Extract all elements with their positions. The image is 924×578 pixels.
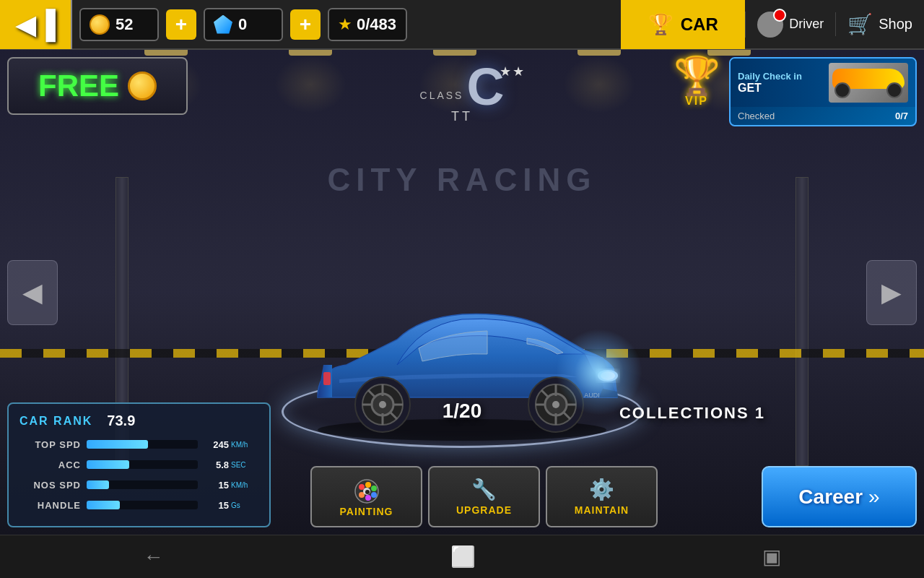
main-area: CLASS C ★★ TT CITY RACING [0, 50, 924, 535]
back-nav-button[interactable]: ← [122, 540, 186, 574]
ceiling-light [578, 50, 621, 56]
stat-name: HANDLE [19, 500, 81, 511]
recent-nav-button[interactable]: ▣ [741, 539, 803, 574]
driver-avatar [757, 12, 783, 38]
stat-unit: KM/h [231, 481, 258, 489]
stat-bar-fill [87, 501, 120, 509]
coin-icon [90, 14, 110, 35]
stat-unit: Gs [231, 501, 258, 509]
free-label: FREE [38, 69, 119, 103]
stat-value: 15 [204, 500, 229, 511]
stars-block: ★ 0/483 [328, 8, 407, 41]
upgrade-label: UPGRADE [456, 504, 512, 516]
star-icon: ★ [338, 15, 352, 34]
stats-panel: CAR RANK 73.9 TOP SPD 245 KM/h ACC 5.8 S… [7, 402, 271, 527]
upgrade-button[interactable]: 🔧 UPGRADE [428, 466, 540, 527]
free-button[interactable]: FREE [7, 57, 188, 115]
back-button[interactable]: ◀▐ [0, 0, 72, 49]
stat-name: NOS SPD [19, 480, 81, 491]
painting-button[interactable]: PAINTING [310, 466, 422, 527]
bottom-navigation: ← ⬜ ▣ [0, 535, 924, 578]
checked-progress: 0/7 [895, 111, 908, 121]
stat-value: 5.8 [204, 460, 229, 470]
next-car-button[interactable]: ▶ [866, 260, 917, 325]
daily-car-image [829, 63, 908, 103]
painting-icon [352, 477, 381, 506]
right-arrow-icon: ▶ [881, 277, 902, 308]
shop-button[interactable]: 🛒 Shop [835, 12, 924, 36]
left-arrow-icon: ◀ [22, 277, 43, 308]
maintain-label: MAINTAIN [575, 504, 629, 516]
vip-trophy-icon: 🏆 [668, 57, 725, 95]
car-rank-label: CAR RANK [19, 415, 92, 428]
car-tab[interactable]: 🏆 CAR [621, 0, 745, 49]
stat-unit: SEC [231, 461, 258, 469]
stat-bar-bg [87, 460, 198, 469]
coins-block: 52 [79, 8, 159, 41]
svg-point-2 [601, 371, 615, 380]
svg-point-28 [371, 486, 377, 491]
stars-value: 0/483 [357, 15, 396, 34]
maintain-button[interactable]: ⚙️ MAINTAIN [546, 466, 658, 527]
stat-bar-fill [87, 480, 109, 489]
car-rank-value: 73.9 [107, 413, 135, 429]
stat-row: ACC 5.8 SEC [19, 457, 258, 473]
stat-unit: KM/h [231, 441, 258, 449]
driver-label: Driver [789, 17, 824, 32]
home-nav-button[interactable]: ⬜ [429, 539, 497, 574]
svg-point-17 [552, 401, 559, 408]
career-label: Career [798, 486, 863, 509]
stat-name: ACC [19, 460, 81, 470]
stats-title-row: CAR RANK 73.9 [19, 413, 258, 429]
svg-point-26 [359, 484, 365, 490]
driver-button[interactable]: Driver [745, 12, 835, 38]
svg-text:AUDI: AUDI [584, 392, 600, 399]
stat-bar-fill [87, 460, 129, 469]
city-racing-title: CITY RACING [327, 162, 596, 198]
svg-point-29 [371, 492, 377, 498]
stat-row: TOP SPD 245 KM/h [19, 436, 258, 452]
coins-value: 52 [116, 15, 133, 34]
class-title: CLASS C ★★ TT [420, 61, 505, 124]
svg-point-30 [365, 495, 371, 501]
gem-icon [214, 15, 232, 34]
top-bar: ◀▐ 52 + 0 + ★ 0/483 🏆 CAR Driver 🛒 Shop [0, 0, 924, 50]
ceiling-light [144, 50, 188, 56]
career-button[interactable]: Career » [762, 466, 917, 527]
add-coins-button[interactable]: + [166, 9, 196, 40]
stat-bar-fill [87, 440, 148, 449]
shop-label: Shop [879, 16, 912, 33]
class-prefix: CLASS [420, 90, 464, 101]
collections-label: COLLECTIONS 1 [619, 404, 765, 423]
car-position-indicator: 1/20 [443, 400, 482, 423]
stat-bar-bg [87, 480, 198, 489]
trophy-icon: 🏆 [648, 12, 674, 36]
pillar-right [796, 177, 808, 466]
get-label: GET [738, 82, 829, 95]
daily-checkin-panel[interactable]: Daily Check in GET Checked 0/7 [729, 57, 917, 126]
stat-bar-bg [87, 501, 198, 509]
bottom-actions: PAINTING 🔧 UPGRADE ⚙️ MAINTAIN [310, 466, 658, 527]
class-letter: C [466, 61, 504, 113]
car-tab-label: CAR [681, 14, 718, 35]
ceiling-light [433, 50, 476, 56]
class-stars: ★★ [500, 64, 526, 79]
svg-point-33 [365, 490, 370, 494]
back-arrow-icon: ◀▐ [15, 9, 56, 40]
stat-name: TOP SPD [19, 439, 81, 450]
painting-label: PAINTING [340, 506, 393, 517]
add-gems-button[interactable]: + [290, 9, 321, 40]
stat-row: NOS SPD 15 KM/h [19, 477, 258, 493]
upgrade-icon: 🔧 [471, 478, 497, 501]
prev-car-button[interactable]: ◀ [7, 260, 58, 325]
stat-value: 15 [204, 480, 229, 491]
svg-point-27 [365, 482, 371, 488]
stat-row: HANDLE 15 Gs [19, 497, 258, 513]
daily-checkin-banner: Daily Check in GET [731, 59, 915, 107]
stat-rows: TOP SPD 245 KM/h ACC 5.8 SEC NOS SPD 15 … [19, 436, 258, 513]
svg-rect-3 [323, 372, 331, 385]
svg-point-7 [379, 401, 386, 408]
cart-icon: 🛒 [847, 12, 873, 36]
career-arrows-icon: » [868, 486, 880, 509]
vip-badge[interactable]: 🏆 VIP [668, 57, 725, 108]
